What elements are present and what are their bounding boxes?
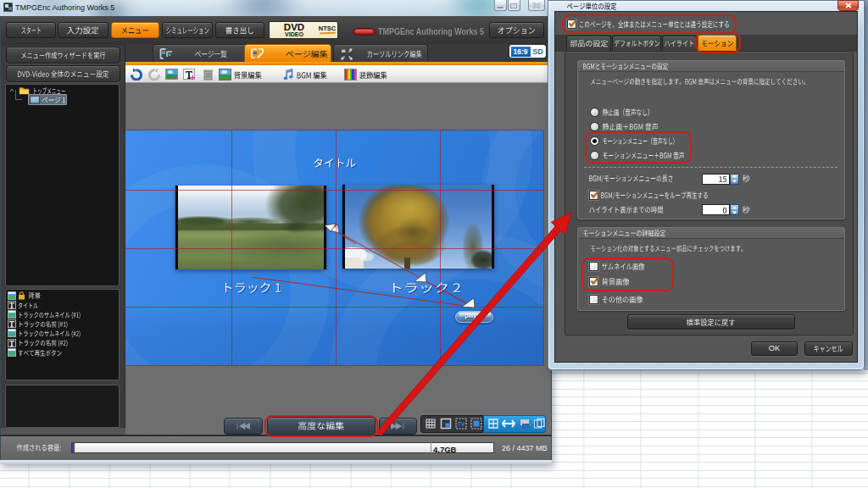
svg-text:TV: TV (458, 421, 465, 427)
